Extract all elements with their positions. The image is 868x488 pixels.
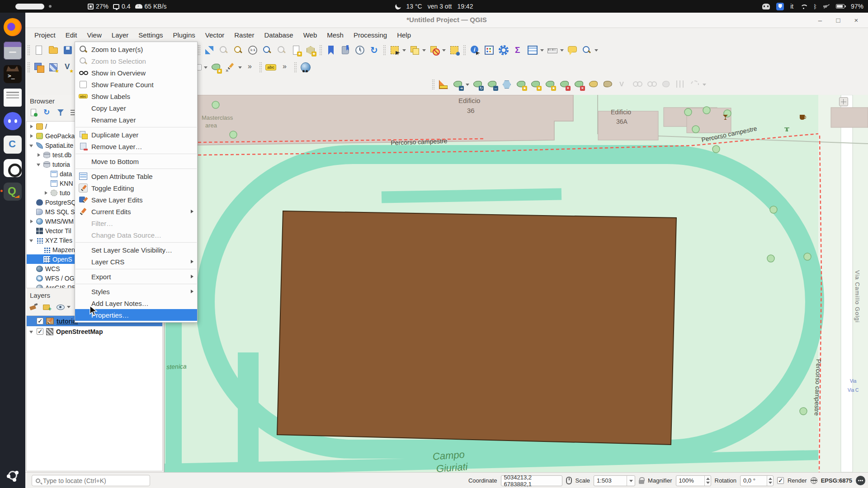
toolbar-handle[interactable] [432, 79, 435, 90]
menu-item-current-edits[interactable]: Current Edits [75, 206, 197, 217]
simplify-feature-button[interactable] [501, 79, 513, 90]
dock-camera-app[interactable] [4, 159, 22, 177]
dock-discord[interactable] [4, 112, 22, 130]
render-checkbox[interactable] [777, 477, 784, 484]
measure-button[interactable] [547, 44, 564, 56]
menu-item-set-layer-scale-visibility[interactable]: Set Layer Scale Visibility… [75, 244, 197, 256]
toolbar-handle[interactable] [319, 45, 322, 56]
save-project-button[interactable] [62, 44, 74, 56]
titlebar[interactable]: *Untitled Project — QGIS – □ × [25, 13, 868, 28]
clock-menu[interactable]: 13 °C ven 3 ott 19:42 [0, 0, 868, 13]
add-raster-layer-button[interactable] [47, 61, 59, 73]
expander-icon[interactable] [29, 329, 34, 334]
menubar-layer[interactable]: Layer [107, 30, 133, 40]
menu-item-copy-layer[interactable]: Copy Layer [75, 102, 197, 114]
close-button[interactable]: × [851, 15, 862, 26]
nominatim-search-dropdown-icon[interactable] [594, 49, 598, 52]
new-map-view-button[interactable] [290, 44, 302, 56]
menubar-settings[interactable]: Settings [134, 30, 167, 40]
scale-dropdown-icon[interactable] [627, 476, 635, 486]
locator-search[interactable] [32, 475, 150, 486]
open-attribute-table-button[interactable] [527, 44, 544, 56]
zoom-last-button[interactable] [261, 44, 273, 56]
dock-firefox[interactable] [4, 18, 22, 36]
rotate-feature-button[interactable] [472, 79, 484, 90]
label-toolbar-button[interactable] [265, 61, 277, 73]
expander-icon[interactable] [29, 219, 34, 224]
manage-map-themes-dropdown-icon[interactable] [67, 306, 71, 308]
menubar-mesh[interactable]: Mesh [322, 30, 348, 40]
map-overview-icon[interactable] [839, 97, 848, 106]
menu-item-show-feature-count[interactable]: Show Feature Count [75, 79, 197, 90]
add-ring-button[interactable] [515, 79, 527, 90]
map-canvas[interactable]: MasterclassareaEdificio36Edificio36APerc… [164, 95, 868, 472]
expander-icon[interactable] [29, 134, 34, 138]
add-selected-layers-button[interactable] [29, 108, 38, 117]
menubar-database[interactable]: Database [259, 30, 297, 40]
locator-input[interactable] [43, 477, 146, 484]
fill-ring-button[interactable] [530, 79, 542, 90]
menu-item-save-layer-edits[interactable]: Save Layer Edits [75, 194, 197, 206]
select-features-by-value-button[interactable] [409, 44, 426, 56]
metasearch-button[interactable] [300, 61, 311, 73]
show-statistics-button[interactable] [512, 44, 524, 56]
dock-document-shredder[interactable] [4, 89, 22, 107]
refresh-map-button[interactable] [368, 44, 380, 56]
layer-visibility-checkbox[interactable] [37, 328, 43, 335]
statistical-summary-button[interactable] [483, 44, 495, 56]
menu-item-toggle-editing[interactable]: Toggle Editing [75, 182, 197, 194]
toolbar-handle[interactable] [27, 62, 30, 73]
identify-features-button[interactable] [469, 44, 481, 56]
toolbar-handle[interactable] [383, 45, 386, 56]
menu-item-remove-layer[interactable]: Remove Layer… [75, 141, 197, 152]
temporal-controller-button[interactable] [354, 44, 366, 56]
new-3d-map-view-button[interactable] [305, 44, 316, 56]
menu-item-rename-layer[interactable]: Rename Layer [75, 114, 197, 126]
filter-browser-button[interactable] [56, 108, 65, 117]
menu-item-layer-crs[interactable]: Layer CRS [75, 256, 197, 267]
manage-map-themes-button[interactable] [56, 302, 71, 311]
deselect-features-dropdown-icon[interactable] [442, 49, 446, 52]
messages-icon[interactable] [856, 476, 865, 485]
deselect-features-button[interactable] [429, 44, 446, 56]
offset-curve-button[interactable] [602, 79, 614, 90]
processing-toolbox-button[interactable] [498, 44, 509, 56]
open-project-button[interactable] [47, 44, 59, 56]
expander-icon[interactable] [29, 238, 34, 243]
vertex-tool-button[interactable] [225, 61, 242, 73]
system-tray[interactable]: it ᛒ 97% [762, 0, 863, 13]
menubar-web[interactable]: Web [299, 30, 322, 40]
menubar-plugins[interactable]: Plugins [169, 30, 200, 40]
toolbar-overflow-button[interactable] [245, 61, 256, 73]
scale-combo[interactable]: 1:503 [594, 475, 635, 486]
nominatim-search-button[interactable] [581, 44, 598, 56]
menu-item-export[interactable]: Export [75, 271, 197, 282]
menu-item-show-labels[interactable]: Show Labels [75, 90, 197, 102]
expander-icon[interactable] [29, 143, 34, 148]
digitizing-combo-dropdown-icon[interactable] [204, 66, 208, 69]
minimize-button[interactable]: – [815, 15, 826, 26]
menubar-project[interactable]: Project [30, 30, 60, 40]
move-feature-button[interactable] [452, 79, 469, 90]
dock-qgis[interactable] [4, 183, 22, 201]
toolbar-handle[interactable] [259, 62, 262, 73]
menubar-vector[interactable]: Vector [201, 30, 229, 40]
vertex-tool-dropdown-icon[interactable] [238, 66, 242, 69]
menu-item-move-to-bottom[interactable]: Move to Bottom [75, 155, 197, 167]
add-mesh-layer-button[interactable] [62, 61, 74, 73]
new-project-button[interactable] [33, 44, 45, 56]
add-part-button[interactable] [544, 79, 556, 90]
menu-item-styles[interactable]: Styles [75, 286, 197, 297]
new-spatial-bookmark-button[interactable] [325, 44, 337, 56]
menubar-help[interactable]: Help [392, 30, 415, 40]
menubar-raster[interactable]: Raster [230, 30, 259, 40]
select-features-dropdown-icon[interactable] [402, 49, 406, 52]
expander-icon[interactable] [44, 191, 48, 195]
crs-globe-icon[interactable] [811, 477, 817, 484]
dock-image-tool[interactable] [4, 136, 22, 154]
rotation-spinbox[interactable]: 0,0 ° [740, 475, 774, 486]
expander-icon[interactable] [37, 153, 41, 157]
select-features-by-value-dropdown-icon[interactable] [422, 49, 426, 52]
dock-files[interactable] [4, 42, 22, 60]
zoom-to-layer-button[interactable] [232, 44, 244, 56]
